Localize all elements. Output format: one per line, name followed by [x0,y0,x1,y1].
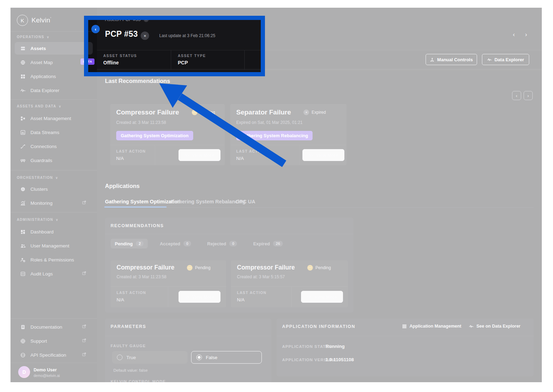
data-explorer-button[interactable]: Data Explorer [482,54,529,65]
radio-option-true[interactable]: True [112,351,188,364]
section-assets-and-data[interactable]: ASSETS AND DATA [17,104,62,108]
card-title: Compressor Failure [116,108,179,116]
tab-gathering-system-optimization[interactable]: Gathering System Optimization [105,199,181,204]
sidebar-item-clusters[interactable]: Clusters [15,183,93,195]
tabs-baseline [105,207,534,208]
carousel-prev-button[interactable]: ‹ [512,91,521,100]
filter-accepted[interactable]: Accepted0 [155,239,195,248]
collapse-sidebar-button[interactable]: ‹ [91,25,100,33]
recommendation-filters: Pending2 Accepted0 Rejected0 Expired26 [111,239,287,248]
tab-gathering-system-rebalancing[interactable]: Gathering System Rebalancing [170,199,245,204]
divider [10,99,97,100]
waveform-icon [487,57,492,62]
view-more-button[interactable]: View More [301,291,343,303]
asset-status-value: Offline [103,60,119,65]
sidebar-item-assets[interactable]: Assets [15,42,93,55]
breadcrumb[interactable]: Assets / PCP #53 × [105,17,149,22]
section-orchestration[interactable]: ORCHESTRATION [17,176,58,180]
section-label: ASSETS AND DATA [17,104,56,108]
active-tab-underline [104,206,167,208]
sidebar-item-data-explorer[interactable]: Data Explorer [15,84,93,97]
status-text: Expired [312,110,326,115]
filter-label: Accepted [160,241,180,246]
applications-title: Applications [105,183,140,189]
last-action-value: N/A [116,156,124,161]
sidebar-item-asset-management[interactable]: Asset Management [15,112,93,125]
data-explorer-label: Data Explorer [495,57,524,62]
filter-pending[interactable]: Pending2 [111,239,148,248]
sidebar-item-api-specification[interactable]: API Specification [15,349,93,361]
application-management-link[interactable]: Application Management [402,324,461,329]
sidebar-item-roles-permissions[interactable]: Roles & Permissions [15,253,93,266]
sidebar-item-dashboard[interactable]: Dashboard [15,225,93,238]
grid-icon [402,324,407,329]
user-avatar[interactable]: D [18,366,30,378]
sidebar-item-label: Assets [30,46,46,51]
radio-option-false[interactable]: False [191,351,262,364]
sidebar-item-documentation[interactable]: Documentation [15,321,93,333]
sidebar-item-label: Audit Logs [30,271,53,276]
assets-icon [20,46,26,51]
apps-grid-icon [20,74,26,79]
carousel-next-button[interactable]: › [524,91,533,100]
application-tag: Gathering System Rebalancing [236,131,313,140]
sidebar-item-label: Guardrails [30,158,52,163]
section-operations[interactable]: OPERATIONS [17,35,49,39]
last-update-text: Last update at 3 Feb 21:06:25 [159,33,215,38]
divider [299,145,300,165]
audit-logs-icon [20,271,26,276]
lifebuoy-icon [20,338,26,344]
status-badge: Expired [303,110,326,115]
last-action-label: LAST ACTION [116,149,146,153]
eye-icon [184,153,189,158]
card-footer: LAST ACTION N/A View More [230,145,346,165]
divider [10,363,97,363]
card-title: Compressor Failure [117,264,174,271]
sidebar-item-audit-logs[interactable]: Audit Logs [15,267,93,280]
section-administration[interactable]: ADMINISTRATION [17,218,58,222]
sidebar-item-label: Connections [30,144,57,149]
close-icon[interactable]: × [144,17,149,22]
view-more-label: View More [314,294,337,300]
status-text: Pending [195,265,210,270]
asset-status-label: ASSET STATUS [103,54,137,58]
next-asset-button[interactable]: › [522,31,530,38]
view-more-button[interactable]: View More [178,291,220,303]
sidebar-item-applications[interactable]: Applications [15,70,93,83]
manual-controls-button[interactable]: Manual Controls [426,54,477,65]
sidebar-item-label: User Management [30,243,69,248]
sidebar-item-user-management[interactable]: User Management [15,239,93,252]
sidebar-item-connections[interactable]: Connections [15,140,93,153]
view-more-label: View More [192,153,214,158]
view-more-button[interactable]: View More [302,149,344,161]
last-action-value: N/A [236,156,244,161]
application-version-value: 1.0.11051108 [326,357,354,362]
filter-expired[interactable]: Expired26 [249,239,287,248]
view-more-button[interactable]: View More [178,149,220,161]
sidebar-item-support[interactable]: Support [15,335,93,347]
sidebar-item-guardrails[interactable]: Guardrails [15,154,93,167]
last-recommendations-title: Last Recommendations [105,78,170,84]
sidebar-item-monitoring[interactable]: Monitoring [15,197,93,209]
parameters-title: PARAMETERS [111,324,146,329]
asset-type-label: ASSET TYPE [178,54,206,58]
radio-selected-icon [196,355,202,360]
close-asset-icon[interactable]: × [141,31,149,40]
filter-rejected[interactable]: Rejected0 [203,239,241,248]
divider [244,50,245,70]
sidebar-item-asset-map[interactable]: Asset Map BETA [15,56,93,69]
divider [10,212,97,212]
card-meta: Created at: 3 Mar 5:15:57 [237,274,285,279]
tab-opc-ua[interactable]: OPC UA [236,199,255,204]
prev-asset-button[interactable]: ‹ [510,31,518,38]
pending-icon [307,265,313,271]
eye-icon [184,295,189,299]
application-status-value: Running [326,344,345,349]
see-on-data-explorer-link[interactable]: See on Data Explorer [469,324,520,329]
status-badge: Pending [307,265,331,271]
card-meta: Created at: 3 Mar 11:23:58 [117,274,167,279]
external-link-icon [82,271,86,276]
filter-count: 2 [136,241,144,246]
card-footer: LAST ACTION N/A View More [231,286,348,307]
sidebar-item-data-streams[interactable]: Data Streams [15,126,93,139]
